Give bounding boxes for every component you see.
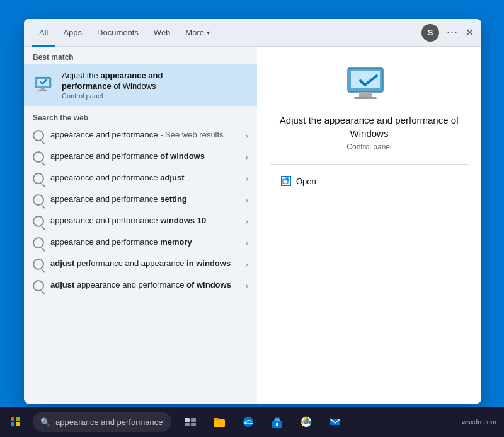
arrow-icon-8: › <box>245 281 248 291</box>
file-explorer-button[interactable] <box>205 408 233 436</box>
mail-button[interactable] <box>321 408 349 436</box>
search-icon-3 <box>33 173 44 184</box>
svg-rect-6 <box>359 92 372 97</box>
taskbar-search-text: appearance and performance <box>55 417 163 427</box>
watermark-text: wsxdn.com <box>462 418 496 426</box>
taskbar: 🔍 appearance and performance <box>0 407 504 437</box>
arrow-icon-5: › <box>245 216 248 226</box>
web-item-5[interactable]: appearance and performance windows 10 › <box>24 211 257 232</box>
web-item-4[interactable]: appearance and performance setting › <box>24 189 257 211</box>
svg-rect-12 <box>185 423 190 426</box>
arrow-icon-7: › <box>245 259 248 269</box>
right-panel-subtitle: Control panel <box>346 143 391 151</box>
task-view-button[interactable] <box>176 408 204 436</box>
taskbar-search-box[interactable]: 🔍 appearance and performance <box>33 412 171 432</box>
svg-rect-10 <box>185 418 190 422</box>
web-item-3[interactable]: appearance and performance adjust › <box>24 168 257 189</box>
arrow-icon-2: › <box>245 152 248 162</box>
control-panel-icon <box>33 74 55 96</box>
open-label: Open <box>296 177 316 186</box>
store-button[interactable] <box>263 408 291 436</box>
best-match-label: Best match <box>24 47 257 64</box>
chevron-down-icon: ▾ <box>207 29 210 36</box>
web-item-text-8: adjust appearance and performance of win… <box>50 280 245 291</box>
svg-rect-15 <box>214 418 219 421</box>
tab-all[interactable]: All <box>32 19 55 47</box>
web-item-1[interactable]: appearance and performance - See web res… <box>24 125 257 146</box>
content-area: Best match Adjust the appearance andperf… <box>24 47 481 404</box>
web-item-text-4: appearance and performance setting <box>50 194 245 205</box>
search-icon-8 <box>33 280 44 291</box>
web-item-text-6: appearance and performance memory <box>50 237 245 248</box>
start-button[interactable] <box>0 407 30 437</box>
web-item-8[interactable]: adjust appearance and performance of win… <box>24 275 257 296</box>
more-options-button[interactable]: ··· <box>447 26 458 39</box>
web-item-text-7: adjust performance and appearance in win… <box>50 259 245 269</box>
web-item-2[interactable]: appearance and performance of windows › <box>24 146 257 168</box>
divider <box>270 164 469 165</box>
open-button[interactable]: Open <box>276 172 321 190</box>
edge-browser-button[interactable] <box>234 408 262 436</box>
taskbar-icons <box>176 408 349 436</box>
svg-rect-13 <box>191 423 196 426</box>
web-item-6[interactable]: appearance and performance memory › <box>24 232 257 253</box>
tab-bar: All Apps Documents Web More ▾ S ··· ✕ <box>24 19 481 47</box>
app-big-icon <box>344 66 394 103</box>
web-search-label: Search the web <box>24 107 257 125</box>
arrow-icon-3: › <box>245 173 248 184</box>
tab-more[interactable]: More ▾ <box>178 19 217 47</box>
web-item-text-5: appearance and performance windows 10 <box>50 216 245 226</box>
taskbar-search-icon: 🔍 <box>40 417 50 427</box>
tab-documents[interactable]: Documents <box>89 19 146 47</box>
tab-apps[interactable]: Apps <box>55 19 89 47</box>
svg-point-21 <box>304 420 308 424</box>
svg-rect-7 <box>354 97 377 99</box>
svg-rect-3 <box>38 90 47 91</box>
taskbar-right: wsxdn.com <box>462 418 504 426</box>
best-match-text: Adjust the appearance andperformance of … <box>62 71 163 100</box>
search-window: All Apps Documents Web More ▾ S ··· ✕ Be… <box>24 19 481 404</box>
search-icon-7 <box>33 259 44 270</box>
svg-rect-11 <box>191 418 196 422</box>
web-item-text-1: appearance and performance - See web res… <box>50 130 245 141</box>
search-icon-1 <box>33 130 44 141</box>
svg-point-16 <box>243 417 253 427</box>
web-item-text-2: appearance and performance of windows <box>50 151 245 162</box>
search-icon-2 <box>33 151 44 163</box>
arrow-icon-4: › <box>245 195 248 205</box>
search-icon-5 <box>33 216 44 227</box>
close-button[interactable]: ✕ <box>466 26 474 38</box>
best-match-title: Adjust the appearance andperformance of … <box>62 71 163 92</box>
web-item-7[interactable]: adjust performance and appearance in win… <box>24 253 257 275</box>
svg-rect-8 <box>283 179 288 184</box>
right-panel-title: Adjust the appearance and performance of… <box>280 114 459 140</box>
tab-bar-right: S ··· ✕ <box>421 24 474 42</box>
left-panel: Best match Adjust the appearance andperf… <box>24 47 257 404</box>
open-icon <box>281 176 291 186</box>
user-avatar[interactable]: S <box>421 24 439 42</box>
svg-rect-18 <box>276 423 278 426</box>
windows-logo-icon <box>11 417 20 426</box>
right-panel: Adjust the appearance and performance of… <box>257 47 481 404</box>
search-icon-4 <box>33 194 44 206</box>
best-match-item[interactable]: Adjust the appearance andperformance of … <box>24 64 257 106</box>
best-match-subtitle: Control panel <box>62 92 163 100</box>
tab-web[interactable]: Web <box>146 19 178 47</box>
arrow-icon-6: › <box>245 238 248 248</box>
arrow-icon-1: › <box>245 131 248 141</box>
svg-rect-2 <box>41 88 45 90</box>
web-item-text-3: appearance and performance adjust <box>50 173 245 184</box>
chrome-button[interactable] <box>292 408 320 436</box>
search-icon-6 <box>33 237 44 248</box>
